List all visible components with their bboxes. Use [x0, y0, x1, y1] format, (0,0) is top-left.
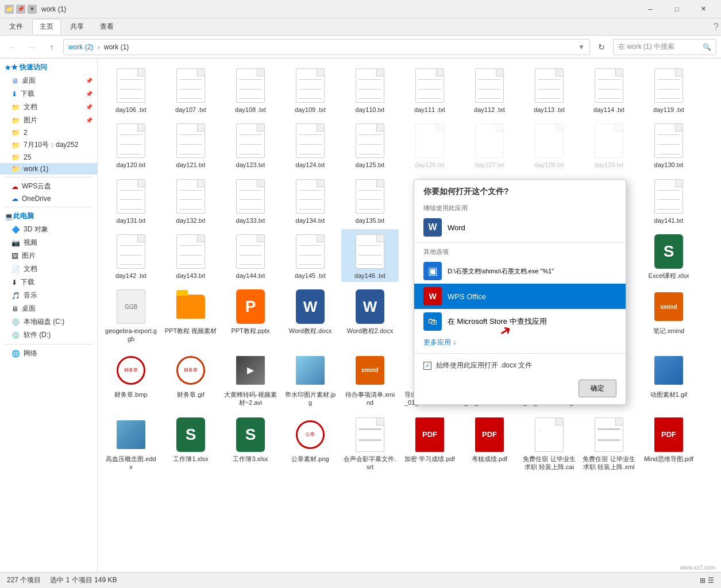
- sidebar-item-video[interactable]: 📷 视频: [0, 236, 97, 249]
- list-item-ppt-folder[interactable]: PPT教程 视频素材: [162, 284, 219, 346]
- list-item[interactable]: day106 .txt: [102, 63, 160, 116]
- list-item-stamp-gif[interactable]: 财务章 财务章.gif: [162, 348, 219, 410]
- list-item-landscape[interactable]: 帝水印图片素材.jpg: [282, 348, 339, 410]
- list-item[interactable]: day108 .txt: [222, 63, 279, 116]
- list-item[interactable]: day109 .txt: [282, 63, 339, 116]
- list-item-xlsx3[interactable]: S 工作簿3.xlsx: [222, 412, 279, 474]
- list-item[interactable]: day131.txt: [102, 174, 160, 227]
- tab-file[interactable]: 文件: [2, 20, 30, 34]
- sidebar-this-pc[interactable]: 💻 此电脑: [0, 210, 97, 223]
- close-button[interactable]: ✕: [690, 0, 716, 18]
- sidebar-item-download[interactable]: ⬇ 下载 📌: [0, 87, 97, 100]
- tab-share[interactable]: 共享: [63, 20, 91, 34]
- forward-button[interactable]: →: [24, 39, 40, 55]
- list-item[interactable]: day133.txt: [222, 174, 279, 227]
- list-item-docx1[interactable]: W Word教程.docx: [282, 284, 339, 346]
- sidebar-item-download2[interactable]: ⬇ 下载: [0, 276, 97, 289]
- list-item[interactable]: day113 .txt: [520, 63, 578, 116]
- list-item[interactable]: day112 .txt: [461, 63, 518, 116]
- tab-view[interactable]: 查看: [93, 20, 121, 34]
- list-item-mind-pdf[interactable]: PDF Mind思维导图.pdf: [640, 412, 697, 474]
- list-item[interactable]: day119 .txt: [640, 63, 697, 116]
- sidebar-item-disk-c[interactable]: 💿 本地磁盘 (C:): [0, 315, 97, 328]
- list-item-xml[interactable]: 免费住宿 让毕业生求职 轻装上阵.xml: [580, 412, 638, 474]
- sidebar-item-desktop2[interactable]: 🖥 桌面: [0, 302, 97, 315]
- sidebar-item-25[interactable]: 📁 25: [0, 152, 97, 163]
- sidebar-item-wps-cloud[interactable]: ☁ WPS云盘: [0, 180, 97, 193]
- list-item[interactable]: day128.txt: [520, 118, 578, 171]
- popup-shimo-option[interactable]: ▣ D:\石墨文档\shimo\石墨文档.exe "%1": [414, 258, 626, 284]
- list-item-xmind2[interactable]: xmind 待办事项清单.xmind: [341, 348, 399, 410]
- list-item-eddx[interactable]: 高血压概念图.eddx: [102, 412, 160, 474]
- list-item[interactable]: day146 .txt: [341, 229, 399, 282]
- list-item-video[interactable]: ▶ 大黄蜂转码-视频素材~2.avi: [222, 348, 279, 410]
- tab-home[interactable]: 主页: [32, 19, 61, 34]
- view-grid-icon[interactable]: ⊞: [700, 577, 705, 585]
- popup-word-option[interactable]: W Word: [414, 215, 626, 240]
- list-item[interactable]: day134.txt: [282, 174, 339, 227]
- list-item[interactable]: day141.txt: [640, 174, 697, 227]
- list-item-srt[interactable]: 会声会影字幕文件.srt: [341, 412, 399, 474]
- sidebar-item-disk-d[interactable]: 💿 软件 (D:): [0, 328, 97, 342]
- list-item[interactable]: day135.txt: [341, 174, 399, 227]
- breadcrumb-work2[interactable]: work (2): [68, 43, 93, 51]
- list-item-gif-anim[interactable]: 动图素材1.gif: [640, 348, 697, 410]
- list-item-pptx[interactable]: P PPT教程.pptx: [222, 284, 279, 346]
- list-item[interactable]: day107 .txt: [162, 63, 219, 116]
- list-item[interactable]: day132.txt: [162, 174, 219, 227]
- list-item[interactable]: day114 .txt: [580, 63, 638, 116]
- always-open-checkbox[interactable]: [423, 362, 431, 370]
- sidebar-item-pictures[interactable]: 📁 图片 📌: [0, 114, 97, 127]
- sidebar-item-network[interactable]: 🌐 网络: [0, 347, 97, 360]
- list-item-pdf1[interactable]: PDF 加密 学习成绩.pdf: [401, 412, 458, 474]
- list-item-stamp-bmp[interactable]: 财务章 财务章.bmp: [102, 348, 160, 410]
- list-item-docx2[interactable]: W Word教程2.docx: [341, 284, 399, 346]
- breadcrumb[interactable]: work (2) › work (1) ▼: [63, 39, 590, 55]
- sidebar-item-day252[interactable]: 📁 7月10号：day252: [0, 138, 97, 152]
- list-item[interactable]: day145 .txt: [282, 229, 339, 282]
- list-item-ggb[interactable]: GGB geogebra-export.ggb: [102, 284, 160, 346]
- list-item[interactable]: day110.txt: [341, 63, 399, 116]
- list-item[interactable]: day143.txt: [162, 229, 219, 282]
- search-bar[interactable]: 在 work (1) 中搜索 🔍: [613, 39, 716, 55]
- list-item[interactable]: day142 .txt: [102, 229, 160, 282]
- help-button[interactable]: ?: [714, 22, 719, 32]
- sidebar-item-desktop[interactable]: 🖥 桌面 📌: [0, 74, 97, 87]
- list-item[interactable]: day121.txt: [162, 118, 219, 171]
- list-item[interactable]: day120.txt: [102, 118, 160, 171]
- maximize-button[interactable]: □: [664, 0, 690, 18]
- sidebar-item-docs2[interactable]: 📄 文档: [0, 262, 97, 276]
- popup-wps-option[interactable]: W WPS Office: [414, 284, 626, 309]
- view-list-icon[interactable]: ☰: [708, 577, 714, 585]
- up-button[interactable]: ↑: [44, 39, 60, 55]
- list-item-pdf2[interactable]: PDF 考核成绩.pdf: [461, 412, 518, 474]
- sidebar-item-music[interactable]: 🎵 音乐: [0, 289, 97, 302]
- list-item-stamp-png[interactable]: 公章 公章素材.png: [282, 412, 339, 474]
- list-item-xlsx1[interactable]: S 工作簿1.xlsx: [162, 412, 219, 474]
- sidebar-item-pictures2[interactable]: 🖼 图片: [0, 249, 97, 262]
- sidebar-item-work1[interactable]: 📁 work (1): [0, 163, 97, 175]
- popup-store-option[interactable]: 🛍 在 Microsoft Store 中查找应用: [414, 309, 626, 334]
- breadcrumb-dropdown[interactable]: ▼: [578, 43, 585, 51]
- open-with-dialog[interactable]: 你要如何打开这个文件? 继续使用此应用 W Word 其他选项 ▣ D:\石墨文…: [414, 179, 626, 405]
- list-item[interactable]: day130.txt: [640, 118, 697, 171]
- minimize-button[interactable]: ─: [637, 0, 664, 18]
- back-button[interactable]: ←: [5, 39, 21, 55]
- list-item-excel[interactable]: S Excel课程.xlsx: [640, 229, 697, 282]
- list-item[interactable]: day111 .txt: [401, 63, 458, 116]
- sidebar-quick-access[interactable]: ★ ★ 快速访问: [0, 61, 97, 74]
- more-apps-link[interactable]: 更多应用 ↓: [414, 334, 626, 351]
- list-item[interactable]: day123.txt: [222, 118, 279, 171]
- list-item[interactable]: day126.txt: [401, 118, 458, 171]
- sidebar-item-3d[interactable]: 🔷 3D 对象: [0, 223, 97, 236]
- list-item[interactable]: day127.txt: [461, 118, 518, 171]
- list-item[interactable]: day125.txt: [341, 118, 399, 171]
- sidebar-item-docs[interactable]: 📁 文档 📌: [0, 100, 97, 114]
- list-item[interactable]: day124.txt: [282, 118, 339, 171]
- confirm-button[interactable]: 确定: [579, 380, 616, 397]
- sidebar-item-2[interactable]: 📁 2: [0, 127, 97, 138]
- refresh-button[interactable]: ↻: [593, 39, 610, 55]
- list-item-cai[interactable]: ... 免费住宿 让毕业生求职 轻装上阵.cai: [520, 412, 578, 474]
- list-item[interactable]: day129.txt: [580, 118, 638, 171]
- list-item-xmind[interactable]: xmind 笔记.xmind: [640, 284, 697, 346]
